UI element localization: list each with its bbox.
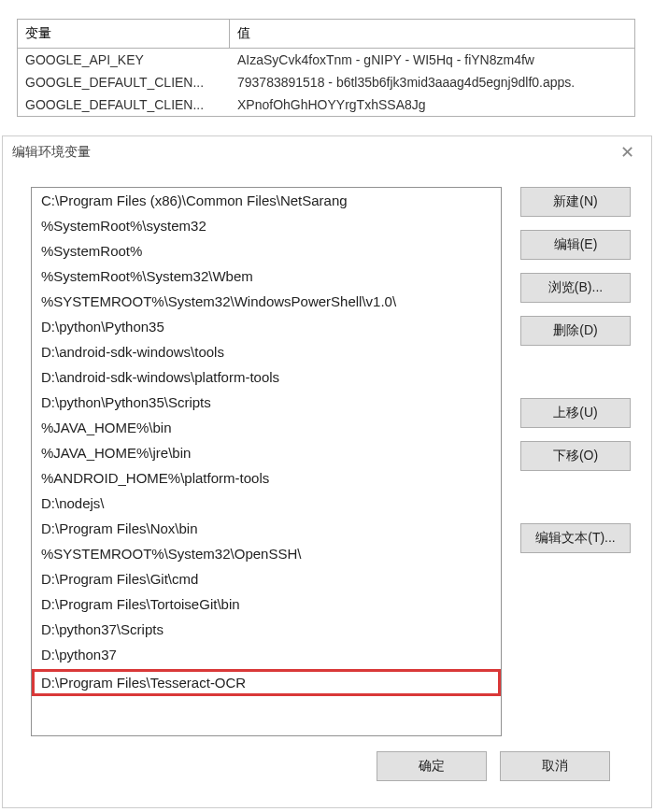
list-item[interactable]: D:\nodejs\ xyxy=(32,491,501,516)
list-item[interactable]: D:\Program Files\Tesseract-OCR xyxy=(32,669,501,696)
list-item[interactable]: D:\android-sdk-windows\platform-tools xyxy=(32,364,501,390)
header-value[interactable]: 值 xyxy=(230,20,634,48)
path-listbox[interactable]: C:\Program Files (x86)\Common Files\NetS… xyxy=(31,187,502,736)
close-icon[interactable]: ✕ xyxy=(613,142,642,163)
new-button[interactable]: 新建(N) xyxy=(520,187,631,217)
ok-button[interactable]: 确定 xyxy=(377,751,487,781)
list-item[interactable]: %SYSTEMROOT%\System32\OpenSSH\ xyxy=(32,541,501,566)
list-item[interactable]: D:\Program Files\TortoiseGit\bin xyxy=(32,591,501,617)
list-item[interactable]: D:\python37 xyxy=(32,642,501,667)
list-item[interactable]: D:\python37\Scripts xyxy=(32,617,501,642)
list-item[interactable]: D:\Program Files\Nox\bin xyxy=(32,516,501,541)
list-item[interactable]: D:\python\Python35\Scripts xyxy=(32,390,501,415)
table-body: GOOGLE_API_KEY AIzaSyCvk4foxTnm - gNIPY … xyxy=(18,49,634,116)
spacer xyxy=(520,359,631,385)
table-header: 变量 值 xyxy=(18,20,634,49)
row-variable: GOOGLE_DEFAULT_CLIEN... xyxy=(18,71,230,93)
dialog-titlebar: 编辑环境变量 ✕ xyxy=(3,136,651,168)
list-item[interactable]: C:\Program Files (x86)\Common Files\NetS… xyxy=(32,188,501,213)
list-item[interactable]: D:\python\Python35 xyxy=(32,314,501,339)
list-item[interactable]: D:\Program Files\Git\cmd xyxy=(32,566,501,591)
delete-button[interactable]: 删除(D) xyxy=(520,316,631,346)
cancel-button[interactable]: 取消 xyxy=(500,751,610,781)
header-variable[interactable]: 变量 xyxy=(18,20,230,48)
move-up-button[interactable]: 上移(U) xyxy=(520,398,631,428)
edit-button[interactable]: 编辑(E) xyxy=(520,230,631,260)
row-value: AIzaSyCvk4foxTnm - gNIPY - WI5Hq - fiYN8… xyxy=(230,49,634,71)
list-item[interactable]: %SystemRoot% xyxy=(32,238,501,264)
env-vars-table: 变量 值 GOOGLE_API_KEY AIzaSyCvk4foxTnm - g… xyxy=(17,19,635,117)
list-item[interactable]: %JAVA_HOME%\bin xyxy=(32,415,501,440)
edit-text-button[interactable]: 编辑文本(T)... xyxy=(520,523,631,553)
list-item[interactable]: %ANDROID_HOME%\platform-tools xyxy=(32,465,501,491)
buttons-column: 新建(N) 编辑(E) 浏览(B)... 删除(D) 上移(U) 下移(O) 编… xyxy=(520,187,631,736)
row-value: 793783891518 - b6tl35b6fjk3mid3aaag4d5eg… xyxy=(230,71,634,93)
list-item[interactable]: %SYSTEMROOT%\System32\WindowsPowerShell\… xyxy=(32,289,501,314)
dialog-footer: 确定 取消 xyxy=(31,736,631,781)
table-row[interactable]: GOOGLE_API_KEY AIzaSyCvk4foxTnm - gNIPY … xyxy=(18,49,634,71)
row-variable: GOOGLE_API_KEY xyxy=(18,49,230,71)
browse-button[interactable]: 浏览(B)... xyxy=(520,273,631,303)
content-area: C:\Program Files (x86)\Common Files\NetS… xyxy=(31,187,631,736)
row-value: XPnofOhGhHOYYrgTxhSSA8Jg xyxy=(230,93,634,116)
list-item[interactable]: D:\android-sdk-windows\tools xyxy=(32,339,501,364)
list-item[interactable]: %JAVA_HOME%\jre\bin xyxy=(32,440,501,465)
edit-env-var-dialog: 编辑环境变量 ✕ C:\Program Files (x86)\Common F… xyxy=(2,135,652,808)
row-variable: GOOGLE_DEFAULT_CLIEN... xyxy=(18,93,230,116)
dialog-title: 编辑环境变量 xyxy=(12,144,91,161)
list-item[interactable]: %SystemRoot%\system32 xyxy=(32,213,501,238)
list-item[interactable]: %SystemRoot%\System32\Wbem xyxy=(32,264,501,289)
spacer xyxy=(520,484,631,510)
table-row[interactable]: GOOGLE_DEFAULT_CLIEN... 793783891518 - b… xyxy=(18,71,634,93)
table-row[interactable]: GOOGLE_DEFAULT_CLIEN... XPnofOhGhHOYYrgT… xyxy=(18,93,634,116)
move-down-button[interactable]: 下移(O) xyxy=(520,441,631,471)
dialog-body: C:\Program Files (x86)\Common Files\NetS… xyxy=(3,168,651,791)
